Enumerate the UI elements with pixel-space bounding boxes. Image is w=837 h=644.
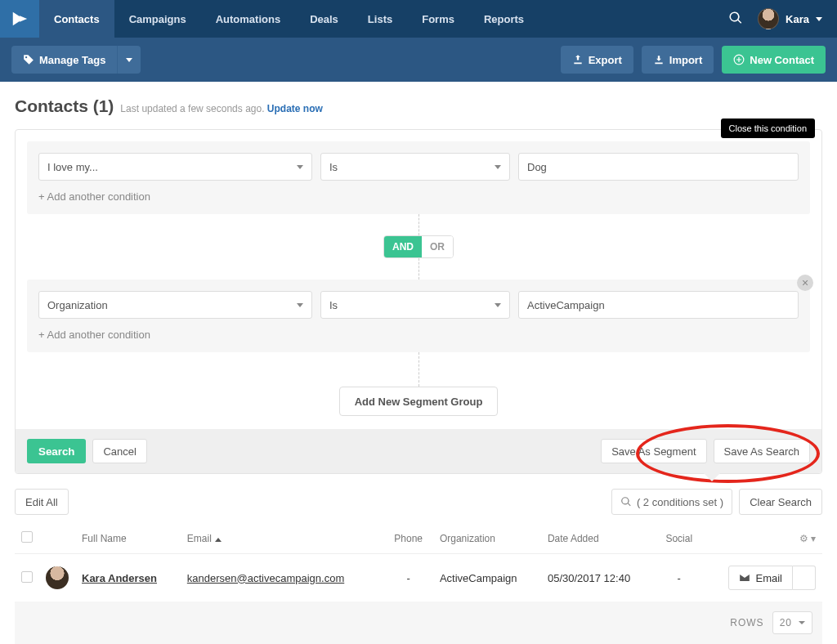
- manage-tags-label: Manage Tags: [39, 54, 105, 66]
- upload-icon: [572, 54, 584, 65]
- sort-asc-icon: [215, 538, 222, 542]
- connector-line: [418, 352, 419, 387]
- manage-tags-dropdown[interactable]: [117, 46, 141, 74]
- nav-contacts[interactable]: Contacts: [39, 0, 114, 38]
- chevron-down-icon: [126, 58, 132, 62]
- top-nav: Contacts Campaigns Automations Deals Lis…: [0, 0, 837, 38]
- edit-all-button[interactable]: Edit All: [15, 489, 69, 515]
- close-condition-tooltip: Close this condition: [721, 119, 815, 138]
- sub-nav-right: Export Import New Contact: [561, 46, 826, 74]
- col-email-label: Email: [187, 533, 212, 544]
- rows-per-page-select[interactable]: 20: [772, 611, 812, 634]
- manage-tags-split: Manage Tags: [11, 46, 141, 74]
- row-email-dropdown[interactable]: [793, 566, 816, 590]
- logo-icon: [11, 10, 29, 28]
- row-email-label: Email: [755, 572, 782, 584]
- table-row: Kara Andersen kandersen@activecampaign.c…: [15, 554, 822, 602]
- chevron-down-icon: [297, 165, 303, 169]
- and-option[interactable]: AND: [384, 236, 422, 257]
- contact-dateadded: 05/30/2017 12:40: [541, 554, 656, 602]
- search-button[interactable]: Search: [27, 439, 86, 463]
- connector-line: [418, 214, 419, 235]
- condition-operator-select[interactable]: Is: [320, 291, 510, 319]
- col-phone[interactable]: Phone: [383, 523, 432, 554]
- condition-field-select[interactable]: I love my...: [38, 153, 312, 181]
- contact-phone: -: [383, 554, 432, 602]
- rows-label: ROWS: [730, 617, 763, 628]
- sub-nav: Manage Tags Export Import New Contact: [0, 38, 837, 82]
- row-email-button[interactable]: Email: [728, 566, 793, 590]
- search-icon: [620, 496, 632, 508]
- new-contact-button[interactable]: New Contact: [722, 46, 826, 74]
- condition-value-input[interactable]: ActiveCampaign: [518, 291, 799, 319]
- chevron-down-icon: [495, 303, 501, 307]
- nav-lists[interactable]: Lists: [353, 0, 407, 38]
- add-segment-group-button[interactable]: Add New Segment Group: [339, 387, 499, 416]
- condition-field-value: I love my...: [47, 161, 98, 173]
- checkbox-all[interactable]: [21, 531, 33, 543]
- nav-deals[interactable]: Deals: [295, 0, 353, 38]
- nav-campaigns[interactable]: Campaigns: [114, 0, 201, 38]
- close-group-button[interactable]: ×: [797, 275, 813, 291]
- search-icon[interactable]: [728, 11, 743, 28]
- condition-value-input[interactable]: Dog: [518, 153, 799, 181]
- contact-email-link[interactable]: kandersen@activecampaign.com: [187, 572, 344, 584]
- condition-operator-select[interactable]: Is: [320, 153, 510, 181]
- plus-circle-icon: [733, 54, 745, 65]
- page-title: Contacts (1): [15, 96, 114, 116]
- user-menu[interactable]: Kara: [758, 8, 822, 29]
- segment-group-1: Close this condition I love my... Is Dog…: [27, 141, 810, 214]
- condition-field-select[interactable]: Organization: [38, 291, 312, 319]
- condition-row-2: Organization Is ActiveCampaign: [38, 291, 799, 319]
- contact-name-link[interactable]: Kara Andersen: [82, 572, 157, 584]
- nav-forms[interactable]: Forms: [407, 0, 469, 38]
- clear-search-button[interactable]: Clear Search: [739, 489, 822, 515]
- manage-tags-button[interactable]: Manage Tags: [11, 46, 117, 74]
- save-buttons: Save As Segment Save As Search: [601, 439, 810, 463]
- conditions-set-label: ( 2 conditions set ): [637, 496, 723, 508]
- cancel-button[interactable]: Cancel: [92, 439, 146, 463]
- update-now-link[interactable]: Update now: [267, 103, 323, 114]
- contacts-table: Full Name Email Phone Organization Date …: [15, 523, 822, 602]
- nav-right: Kara: [728, 8, 837, 29]
- contact-org: ActiveCampaign: [433, 554, 541, 602]
- row-email-split-button: Email: [709, 566, 816, 590]
- pager: ROWS 20: [15, 602, 822, 644]
- add-condition-link[interactable]: + Add another condition: [38, 190, 799, 203]
- or-option[interactable]: OR: [422, 236, 453, 257]
- save-as-segment-button[interactable]: Save As Segment: [601, 439, 706, 463]
- group-connector: AND OR: [27, 214, 810, 280]
- add-condition-link[interactable]: + Add another condition: [38, 329, 799, 341]
- col-fullname[interactable]: Full Name: [75, 523, 181, 554]
- and-or-toggle[interactable]: AND OR: [383, 235, 454, 258]
- col-email[interactable]: Email: [181, 523, 384, 554]
- save-as-search-button[interactable]: Save As Search: [714, 439, 811, 463]
- app-logo[interactable]: [0, 0, 39, 38]
- export-button[interactable]: Export: [561, 46, 633, 74]
- col-org[interactable]: Organization: [433, 523, 541, 554]
- chevron-down-icon: [799, 621, 805, 624]
- page-title-row: Contacts (1) Last updated a few seconds …: [15, 96, 822, 116]
- envelope-icon: [739, 572, 750, 584]
- last-updated-text: Last updated a few seconds ago.: [120, 103, 264, 114]
- export-label: Export: [589, 54, 622, 66]
- group-connector-bottom: [27, 352, 810, 387]
- col-social[interactable]: Social: [656, 523, 703, 554]
- row-checkbox[interactable]: [21, 571, 33, 583]
- page-subtitle: Last updated a few seconds ago. Update n…: [120, 103, 322, 114]
- condition-value-text: Dog: [527, 161, 547, 173]
- contact-avatar: [46, 566, 69, 589]
- nav-reports[interactable]: Reports: [469, 0, 539, 38]
- nav-items: Contacts Campaigns Automations Deals Lis…: [39, 0, 539, 38]
- condition-row-1: I love my... Is Dog: [38, 153, 799, 181]
- contact-social: -: [656, 554, 703, 602]
- import-button[interactable]: Import: [642, 46, 714, 74]
- nav-automations[interactable]: Automations: [201, 0, 295, 38]
- segment-group-2: × Organization Is ActiveCampaign + Add a…: [27, 280, 810, 352]
- conditions-search-box[interactable]: ( 2 conditions set ): [611, 489, 732, 515]
- download-icon: [653, 54, 665, 65]
- col-dateadded[interactable]: Date Added: [541, 523, 656, 554]
- gear-icon[interactable]: ⚙ ▾: [799, 533, 816, 544]
- avatar: [758, 8, 779, 29]
- condition-op-value: Is: [329, 299, 338, 311]
